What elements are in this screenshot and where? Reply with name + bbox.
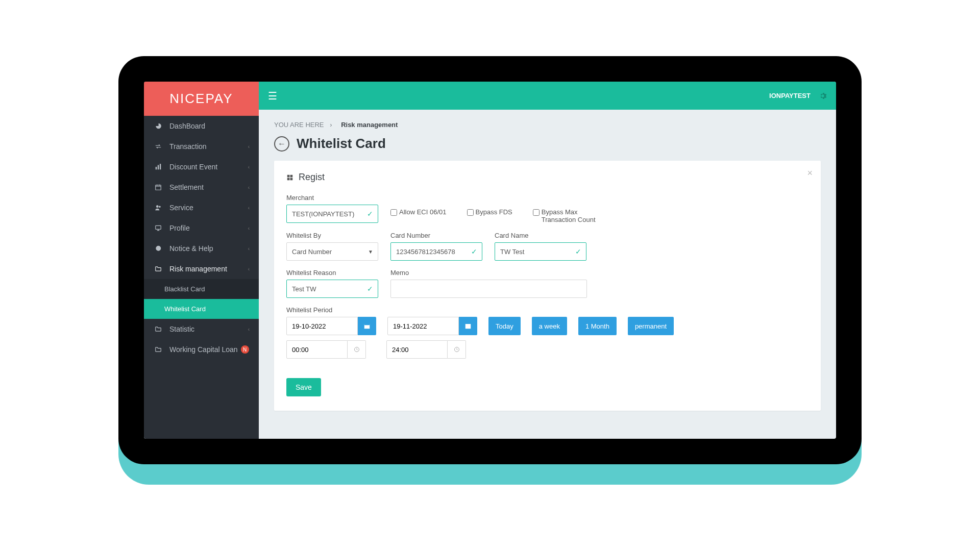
folder-icon (153, 265, 163, 272)
sidebar-item-notice-help[interactable]: Notice & Help ‹ (144, 238, 259, 259)
start-time-input[interactable] (286, 340, 348, 359)
quick-week-button[interactable]: a week (532, 317, 567, 335)
card-number-input[interactable] (390, 242, 482, 261)
check-icon: ✓ (575, 247, 581, 256)
merchant-input[interactable] (286, 205, 378, 223)
svg-point-5 (159, 206, 161, 208)
panel-title-row: Regist (286, 172, 808, 183)
chevron-left-icon: ‹ (248, 246, 250, 252)
checkbox-input[interactable] (533, 209, 540, 216)
sidebar-item-profile[interactable]: Profile ‹ (144, 218, 259, 238)
memo-label: Memo (390, 269, 587, 277)
save-button[interactable]: Save (286, 378, 321, 396)
whitelist-by-label: Whitelist By (286, 232, 378, 239)
svg-rect-8 (290, 174, 293, 177)
calendar-icon[interactable] (358, 317, 376, 335)
whitelist-period-label: Whitelist Period (286, 306, 808, 314)
end-time-input[interactable] (386, 340, 448, 359)
svg-rect-12 (364, 324, 370, 325)
start-date-input[interactable] (286, 317, 358, 335)
svg-rect-9 (287, 178, 290, 180)
start-date-group (286, 317, 376, 335)
checkbox-input[interactable] (390, 209, 397, 216)
sidebar-item-label: Whitelist Card (164, 305, 206, 313)
end-date-input[interactable] (387, 317, 459, 335)
gear-icon[interactable] (819, 92, 827, 100)
whitelist-reason-label: Whitelist Reason (286, 269, 378, 277)
sidebar-item-label: Notice & Help (169, 244, 213, 253)
sidebar-subitem-blacklist[interactable]: Blacklist Card (144, 279, 259, 299)
menu-toggle-icon[interactable]: ☰ (268, 90, 277, 102)
card-name-label: Card Name (495, 232, 586, 239)
sidebar-item-label: DashBoard (169, 122, 205, 130)
whitelist-by-select[interactable] (286, 242, 378, 261)
svg-rect-13 (465, 324, 471, 329)
quick-month-button[interactable]: 1 Month (578, 317, 617, 335)
dashboard-icon (153, 122, 163, 130)
breadcrumb-sep: › (330, 121, 332, 129)
caret-down-icon: ▼ (368, 249, 373, 255)
calendar-icon (153, 184, 163, 191)
quick-today-button[interactable]: Today (488, 317, 521, 335)
sidebar-item-discount-event[interactable]: Discount Event ‹ (144, 157, 259, 177)
quick-permanent-button[interactable]: permanent (628, 317, 674, 335)
start-time-group (286, 340, 366, 359)
regist-panel: × Regist Merchant ✓ Allow ECI (274, 161, 821, 411)
memo-input[interactable] (390, 280, 587, 298)
chevron-left-icon: ‹ (248, 185, 250, 190)
svg-rect-7 (287, 174, 290, 177)
svg-rect-10 (290, 178, 293, 180)
check-icon: ✓ (367, 285, 373, 293)
sidebar-item-dashboard[interactable]: DashBoard (144, 116, 259, 136)
check-icon: ✓ (471, 247, 477, 256)
sidebar-item-service[interactable]: Service ‹ (144, 197, 259, 218)
merchant-label: Merchant (286, 194, 378, 202)
breadcrumb: YOU ARE HERE › Risk management (274, 121, 821, 129)
folder-icon (153, 346, 163, 353)
panel-title: Regist (299, 172, 325, 183)
topbar-username[interactable]: IONPAYTEST (769, 92, 811, 99)
topbar: ☰ IONPAYTEST (259, 82, 836, 110)
content-area: YOU ARE HERE › Risk management ← Whiteli… (259, 110, 836, 422)
back-button[interactable]: ← (274, 136, 289, 152)
whitelist-reason-input[interactable] (286, 280, 378, 298)
sidebar-item-settlement[interactable]: Settlement ‹ (144, 177, 259, 197)
page-title: Whitelist Card (297, 136, 386, 152)
chevron-left-icon: ‹ (248, 205, 250, 211)
sidebar-item-label: Working Capital Loan (169, 345, 238, 354)
main-pane: ☰ IONPAYTEST YOU ARE HERE › Risk managem… (259, 82, 836, 439)
sidebar-item-risk-management[interactable]: Risk management ‹ (144, 259, 259, 279)
sidebar-item-label: Risk management (169, 265, 227, 273)
sidebar-item-label: Transaction (169, 142, 207, 151)
svg-rect-1 (158, 165, 159, 170)
calendar-icon[interactable] (459, 317, 477, 335)
exchange-icon (153, 143, 163, 150)
sidebar: NICEPAY DashBoard Transaction ‹ Discount… (144, 82, 259, 439)
breadcrumb-current: Risk management (341, 121, 398, 129)
sidebar-subitem-whitelist[interactable]: Whitelist Card (144, 299, 259, 319)
sidebar-item-label: Statistic (169, 325, 194, 333)
sidebar-item-label: Service (169, 204, 193, 212)
checkbox-bypass-fds[interactable]: Bypass FDS (467, 208, 512, 216)
nav-menu: DashBoard Transaction ‹ Discount Event ‹… (144, 116, 259, 439)
card-name-input[interactable] (495, 242, 586, 261)
svg-rect-3 (156, 185, 161, 190)
sidebar-item-statistic[interactable]: Statistic ‹ (144, 319, 259, 339)
chevron-left-icon: ‹ (248, 164, 250, 170)
bar-chart-icon (153, 163, 163, 170)
breadcrumb-prefix: YOU ARE HERE (274, 121, 324, 129)
checkbox-input[interactable] (467, 209, 474, 216)
svg-point-4 (156, 205, 159, 208)
clock-icon[interactable] (348, 340, 366, 359)
close-icon[interactable]: × (807, 168, 813, 179)
clock-icon[interactable] (448, 340, 466, 359)
checkbox-allow-eci[interactable]: Allow ECI 06/01 (390, 208, 447, 216)
checkbox-bypass-max[interactable]: Bypass Max Transaction Count (533, 208, 609, 223)
svg-rect-2 (160, 164, 161, 169)
sidebar-item-working-capital-loan[interactable]: Working Capital Loan N (144, 339, 259, 360)
sidebar-item-transaction[interactable]: Transaction ‹ (144, 136, 259, 157)
grid-icon (286, 174, 293, 181)
chevron-left-icon: ‹ (248, 327, 250, 332)
new-badge: N (241, 345, 249, 354)
svg-rect-0 (156, 167, 157, 169)
